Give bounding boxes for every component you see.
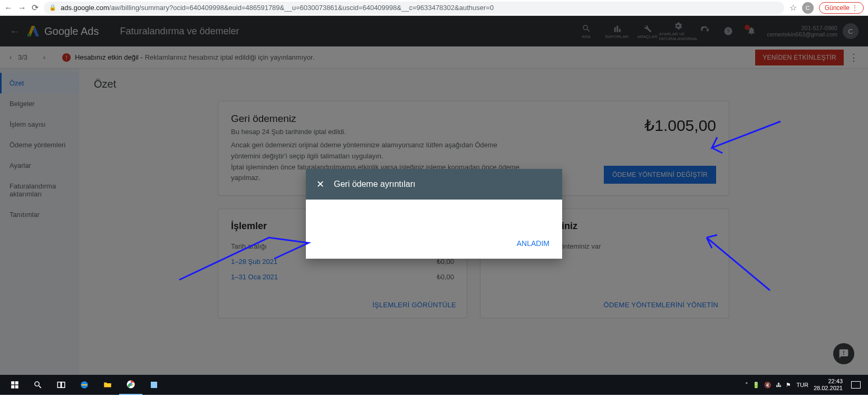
flag-icon[interactable]: ⚑ xyxy=(786,382,791,389)
dialog-header: ✕ Geri ödeme ayrıntıları xyxy=(306,169,562,200)
browser-toolbar: ← → ⟳ 🔒 ads.google.com/aw/billing/summar… xyxy=(0,0,868,16)
taskbar-date: 28.02.2021 xyxy=(814,385,843,392)
url-bar[interactable]: 🔒 ads.google.com/aw/billing/summary?ocid… xyxy=(44,2,784,14)
dialog-title: Geri ödeme ayrıntıları xyxy=(334,179,416,189)
taskbar-explorer[interactable] xyxy=(96,375,119,395)
refund-details-dialog: ✕ Geri ödeme ayrıntıları ANLADIM xyxy=(306,169,562,259)
taskbar-app[interactable] xyxy=(142,375,166,395)
browser-forward-icon[interactable]: → xyxy=(18,3,26,13)
network-icon[interactable]: 🖧 xyxy=(776,382,782,388)
bookmark-star-icon[interactable]: ☆ xyxy=(789,3,797,13)
lock-icon: 🔒 xyxy=(49,4,56,11)
taskbar-chrome[interactable] xyxy=(119,375,142,395)
dialog-actions: ANLADIM xyxy=(306,231,562,259)
app-area: ← Google Ads Faturalandırma ve ödemeler … xyxy=(0,16,868,375)
svg-rect-4 xyxy=(62,382,65,388)
taskbar-time: 22:43 xyxy=(828,378,843,385)
action-center-icon[interactable] xyxy=(851,381,861,389)
browser-update-button[interactable]: Güncelle⋮ xyxy=(819,2,864,14)
volume-icon[interactable]: 🔇 xyxy=(764,382,771,389)
task-view[interactable] xyxy=(50,375,73,395)
svg-rect-8 xyxy=(151,382,157,388)
modal-overlay[interactable]: ✕ Geri ödeme ayrıntıları ANLADIM xyxy=(0,16,868,375)
url-domain: ads.google.com xyxy=(61,4,109,12)
system-tray[interactable]: ˄ 🔋 🔇 🖧 ⚑ xyxy=(745,382,791,389)
folder-icon xyxy=(103,380,112,390)
update-label: Güncelle xyxy=(825,4,850,12)
ie-icon xyxy=(80,380,89,390)
browser-reload-icon[interactable]: ⟳ xyxy=(32,3,38,13)
language-indicator[interactable]: TUR xyxy=(796,382,808,388)
dialog-close-icon[interactable]: ✕ xyxy=(316,178,324,190)
app-icon xyxy=(149,380,159,390)
taskview-icon xyxy=(56,380,66,390)
dialog-body xyxy=(306,200,562,231)
taskbar-search[interactable] xyxy=(26,375,50,395)
dialog-ok-button[interactable]: ANLADIM xyxy=(517,239,549,248)
battery-icon[interactable]: 🔋 xyxy=(753,382,760,389)
windows-icon xyxy=(10,380,20,390)
windows-taskbar: ˄ 🔋 🔇 🖧 ⚑ TUR 22:43 28.02.2021 xyxy=(0,375,868,395)
start-button[interactable] xyxy=(3,375,26,395)
taskbar-clock[interactable]: 22:43 28.02.2021 xyxy=(814,378,843,392)
search-icon xyxy=(33,380,43,390)
taskbar-ie[interactable] xyxy=(73,375,96,395)
more-icon: ⋮ xyxy=(852,4,858,12)
chrome-icon xyxy=(126,380,136,389)
url-path: /aw/billing/summary?ocid=640409998&euid=… xyxy=(109,4,494,12)
profile-avatar[interactable]: C xyxy=(802,2,814,14)
tray-chevron-icon[interactable]: ˄ xyxy=(745,382,748,389)
svg-rect-3 xyxy=(57,382,61,388)
browser-back-icon[interactable]: ← xyxy=(4,3,13,13)
